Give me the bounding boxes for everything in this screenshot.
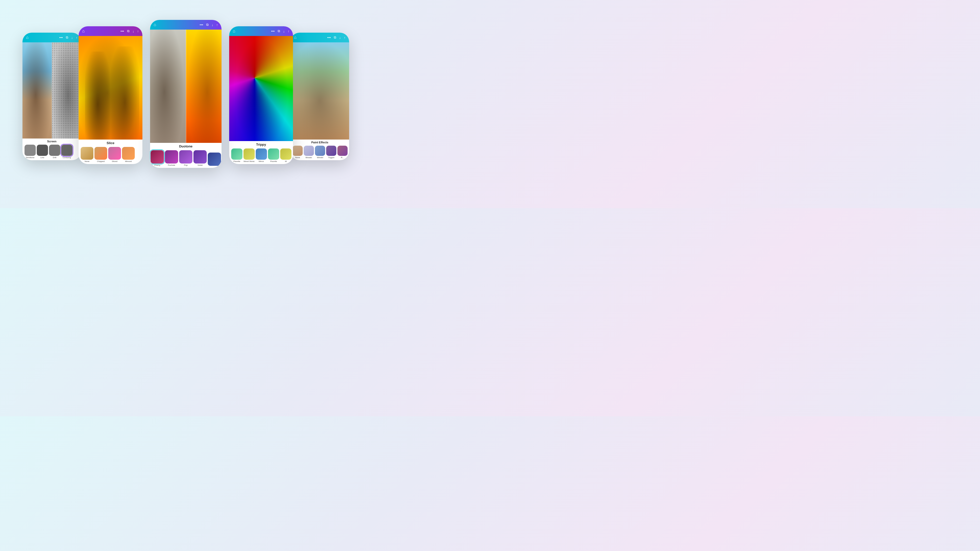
thumb-img-minced[interactable]	[122, 147, 135, 160]
download-icon[interactable]: ↓	[71, 36, 73, 40]
thumb-img-mosaic[interactable]	[304, 146, 314, 156]
share-icon-duotone[interactable]: ↑	[216, 23, 218, 27]
toolbar-slice: ⌂ ••• ⧉ ↓ ↑	[79, 26, 142, 36]
thumb-img-drill[interactable]	[49, 144, 60, 156]
download-icon-slice[interactable]: ↓	[132, 29, 134, 33]
thumb-img-sliced[interactable]	[108, 147, 121, 160]
download-icon-duotone[interactable]: ↓	[212, 23, 213, 27]
phones-container: ⌂ ••• ⧉ ↓ ↑ Screen Semitone	[33, 12, 339, 196]
thumb-none-paint[interactable]: None	[293, 146, 303, 159]
thumb-label-semitone: Semitone	[26, 156, 35, 159]
thumb-label-minced: Minced	[125, 160, 132, 162]
thumb-fluorite[interactable]: Fluorite	[231, 148, 242, 162]
share-icon[interactable]: ↑	[76, 36, 78, 40]
share-icon-trippy[interactable]: ↑	[288, 29, 290, 33]
download-icon-paint[interactable]: ↓	[339, 36, 341, 40]
thumb-img-lino[interactable]	[37, 144, 48, 156]
home-icon[interactable]: ⌂	[26, 35, 29, 40]
duotone-image-area	[150, 30, 221, 143]
thumb-img-mood-stone[interactable]	[243, 148, 255, 160]
thumb-m[interactable]: M	[280, 148, 291, 162]
thumb-minced[interactable]: Minced	[122, 147, 135, 162]
thumb-img-fluorite[interactable]	[231, 148, 242, 160]
thumb-img-fluorite-2[interactable]	[268, 148, 279, 160]
thumb-img-pop[interactable]	[179, 150, 192, 164]
thumb-img-chipped[interactable]	[94, 147, 107, 160]
thumb-trygon[interactable]: Trygon	[326, 146, 336, 159]
thumb-drill[interactable]: Drill	[49, 144, 60, 159]
thumb-label-mosaic: Mosaic	[305, 156, 312, 159]
thumb-mirror[interactable]: Mirror	[256, 148, 267, 162]
phone-paint: ⌂ ••• ⧉ ↓ ↑ Paint Effects None Mosaic	[290, 33, 349, 160]
thumb-mosaic[interactable]: Mosaic	[304, 146, 314, 159]
trippy-image-area	[229, 36, 293, 141]
more-icon-slice[interactable]: •••	[121, 29, 124, 33]
thumb-img-semitone[interactable]	[24, 144, 36, 156]
thumb-img-none-paint[interactable]	[293, 146, 303, 156]
phone-trippy: ⌂ ••• ⧉ ↓ ↑ Trippy Fluorite Mood Stone	[229, 26, 293, 164]
thumb-fuchsia[interactable]: Fuchsia	[165, 150, 178, 166]
toolbar-paint: ⌂ ••• ⧉ ↓ ↑	[290, 33, 349, 42]
download-icon-trippy[interactable]: ↓	[283, 29, 285, 33]
thumb-img-windel[interactable]	[315, 146, 325, 156]
thumb-chipped[interactable]: Chipped	[94, 147, 107, 162]
paint-image-area	[290, 42, 349, 140]
home-icon-slice[interactable]: ⌂	[82, 29, 85, 33]
thumb-r[interactable]: R...	[337, 146, 348, 159]
thumb-img-m[interactable]	[280, 148, 291, 160]
copy-icon-paint[interactable]: ⧉	[334, 35, 336, 40]
home-icon-paint[interactable]: ⌂	[294, 35, 297, 40]
home-icon-duotone[interactable]: ⌂	[154, 22, 156, 27]
thumb-label-fuchsia: Fuchsia	[168, 164, 175, 166]
copy-icon[interactable]: ⧉	[66, 35, 68, 40]
thumbnail-strip-trippy: Fluorite Mood Stone Mirror Fluorite M	[229, 148, 293, 164]
thumb-corduroy[interactable]: Corduroy	[61, 144, 73, 159]
thumb-img-fuchsia[interactable]	[165, 150, 178, 164]
thumb-label-fluorite: Fluorite	[234, 160, 240, 162]
thumb-img-more[interactable]	[208, 152, 221, 166]
thumb-mood-stone[interactable]: Mood Stone	[243, 148, 255, 162]
more-icon-trippy[interactable]: •••	[271, 29, 275, 33]
thumb-cherry[interactable]: Cherry	[151, 150, 164, 166]
thumb-img-r[interactable]	[337, 146, 348, 156]
slice-image-area	[79, 36, 142, 140]
thumb-label-drill: Drill	[53, 156, 56, 159]
thumb-img-corduroy[interactable]	[61, 144, 73, 156]
home-icon-trippy[interactable]: ⌂	[233, 29, 235, 33]
phone-duotone: ⌂ ••• ⧉ ↓ ↑ Duotone	[150, 20, 221, 168]
thumbnail-strip-duotone: Cherry Fuchsia Pop Violet	[150, 149, 221, 168]
toolbar-screen: ⌂ ••• ⧉ ↓ ↑	[22, 33, 81, 42]
more-icon[interactable]: •••	[59, 36, 63, 40]
effect-name-paint: Paint Effects	[290, 140, 349, 144]
thumb-label-corduroy: Corduroy	[63, 156, 71, 159]
thumb-label-sliced: Sliced	[112, 160, 118, 162]
share-icon-slice[interactable]: ↑	[137, 29, 139, 33]
thumb-label-mirror: Mirror	[259, 160, 264, 162]
thumb-img-none-slice[interactable]	[81, 147, 94, 160]
thumb-more[interactable]	[208, 152, 221, 166]
thumb-img-mirror[interactable]	[256, 148, 267, 160]
share-icon-paint[interactable]: ↑	[344, 36, 346, 40]
effect-name-duotone: Duotone	[150, 143, 221, 149]
thumb-none-slice[interactable]: None	[81, 147, 94, 162]
copy-icon-slice[interactable]: ⧉	[127, 29, 129, 33]
thumb-label-pop: Pop	[184, 164, 188, 166]
thumb-violet[interactable]: Violet	[193, 150, 207, 166]
thumbnail-strip-paint: None Mosaic Windel Trygon R...	[290, 144, 349, 160]
thumb-label-lino: Lino	[40, 156, 44, 159]
thumb-windel[interactable]: Windel	[315, 146, 325, 159]
thumb-img-trygon[interactable]	[326, 146, 336, 156]
thumb-lino[interactable]: Lino	[37, 144, 48, 159]
thumb-img-cherry[interactable]	[151, 150, 164, 164]
thumb-label-fluorite-2: Fluorite	[270, 160, 277, 162]
thumb-sliced[interactable]: Sliced	[108, 147, 121, 162]
effect-name-trippy: Trippy	[229, 141, 293, 148]
copy-icon-duotone[interactable]: ⧉	[206, 23, 208, 27]
more-icon-duotone[interactable]: •••	[200, 23, 203, 27]
thumb-fluorite-2[interactable]: Fluorite	[268, 148, 279, 162]
more-icon-paint[interactable]: •••	[327, 36, 331, 40]
thumb-semitone[interactable]: Semitone	[24, 144, 36, 159]
thumb-img-violet[interactable]	[193, 150, 207, 164]
thumb-pop[interactable]: Pop	[179, 150, 192, 166]
copy-icon-trippy[interactable]: ⧉	[278, 29, 280, 33]
